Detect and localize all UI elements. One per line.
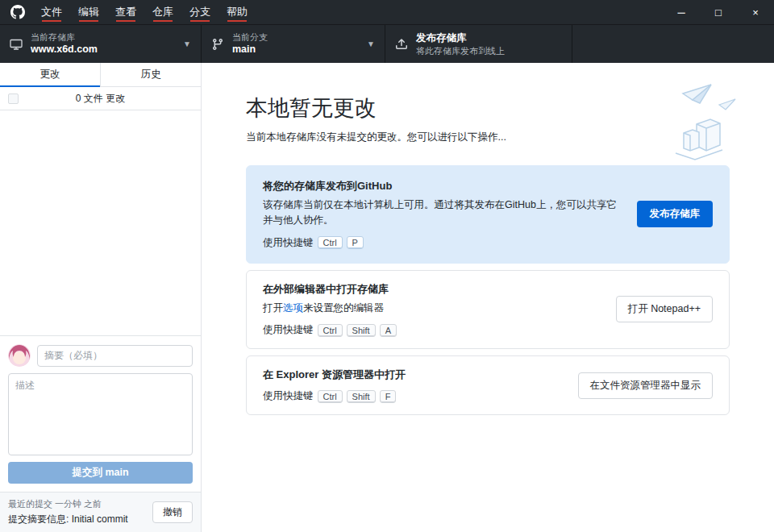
content: 更改 历史 0 文件 更改 bbox=[0, 63, 774, 532]
changed-files-bar: 0 文件 更改 bbox=[0, 87, 201, 110]
card-title: 在外部编辑器中打开存储库 bbox=[263, 282, 597, 297]
repository-name: www.x6d.com bbox=[31, 43, 98, 56]
recent-commit-footer: 最近的提交 一分钟 之前 提交摘要信息: Initial commit 撤销 bbox=[0, 492, 201, 532]
changed-files-list bbox=[0, 110, 201, 335]
undo-button[interactable]: 撤销 bbox=[152, 501, 193, 523]
avatar bbox=[8, 344, 31, 367]
editor-desc-pre: 打开 bbox=[263, 302, 283, 314]
publish-title: 发布存储库 bbox=[416, 31, 505, 45]
sidebar: 更改 历史 0 文件 更改 bbox=[0, 63, 202, 532]
kbd-key: F bbox=[380, 390, 397, 403]
show-in-explorer-button[interactable]: 在文件资源管理器中显示 bbox=[578, 372, 714, 399]
recent-commit-time: 最近的提交 一分钟 之前 bbox=[8, 498, 128, 510]
menu-item-file[interactable]: 文件 bbox=[33, 0, 70, 24]
card-description: 该存储库当前仅在本地计算机上可用。通过将其发布在GitHub上，您可以共享它并与… bbox=[263, 197, 618, 229]
monitor-icon bbox=[10, 38, 23, 51]
tab-history[interactable]: 历史 bbox=[100, 63, 201, 87]
shortcut-label: 使用快捷键 bbox=[263, 236, 314, 250]
menu-item-edit[interactable]: 编辑 bbox=[70, 0, 107, 24]
repository-label: 当前存储库 bbox=[31, 31, 98, 44]
github-desktop-window: 文件 编辑 查看 仓库 分支 帮助 ─ □ × 当前存储库 www.x6d.co… bbox=[0, 0, 774, 532]
menu-item-view[interactable]: 查看 bbox=[107, 0, 144, 24]
menu-item-repository[interactable]: 仓库 bbox=[144, 0, 181, 24]
kbd-key: P bbox=[347, 236, 364, 249]
open-explorer-card: 在 Explorer 资源管理器中打开 使用快捷键 Ctrl Shift F 在… bbox=[246, 355, 730, 415]
kbd-key: Ctrl bbox=[318, 390, 343, 403]
kbd-key: Ctrl bbox=[318, 236, 343, 249]
close-button[interactable]: × bbox=[737, 0, 774, 24]
kbd-key: Shift bbox=[347, 324, 376, 337]
branch-label: 当前分支 bbox=[232, 31, 268, 44]
github-logo-icon bbox=[10, 5, 25, 19]
commit-form: 提交到 main bbox=[0, 335, 201, 492]
editor-desc-post: 来设置您的编辑器 bbox=[303, 302, 384, 314]
branch-name: main bbox=[232, 43, 268, 56]
open-editor-button[interactable]: 打开 Notepad++ bbox=[616, 296, 713, 322]
menu-item-branch[interactable]: 分支 bbox=[181, 0, 218, 24]
menu-item-help[interactable]: 帮助 bbox=[218, 0, 256, 24]
card-title: 在 Explorer 资源管理器中打开 bbox=[263, 368, 559, 382]
shortcut-label: 使用快捷键 bbox=[263, 323, 314, 337]
changed-files-summary: 0 文件 更改 bbox=[76, 92, 125, 106]
maximize-button[interactable]: □ bbox=[700, 0, 737, 24]
chevron-down-icon: ▼ bbox=[177, 39, 191, 48]
git-branch-icon bbox=[211, 38, 224, 51]
kbd-key: Shift bbox=[347, 390, 376, 403]
shortcut-label: 使用快捷键 bbox=[263, 389, 314, 403]
branch-selector[interactable]: 当前分支 main ▼ bbox=[202, 25, 385, 63]
select-all-checkbox[interactable] bbox=[8, 94, 19, 104]
commit-description-input[interactable] bbox=[8, 373, 193, 455]
repository-selector[interactable]: 当前存储库 www.x6d.com ▼ bbox=[0, 25, 202, 63]
window-controls: ─ □ × bbox=[663, 0, 774, 24]
titlebar: 文件 编辑 查看 仓库 分支 帮助 ─ □ × bbox=[0, 0, 774, 24]
paper-plane-illustration bbox=[639, 82, 740, 161]
commit-summary-label: 提交摘要信息: bbox=[8, 513, 72, 525]
toolbar: 当前存储库 www.x6d.com ▼ 当前分支 main ▼ 发布存储库 将此… bbox=[0, 24, 774, 63]
options-link[interactable]: 选项 bbox=[283, 302, 303, 314]
kbd-key: Ctrl bbox=[318, 324, 343, 337]
tab-changes[interactable]: 更改 bbox=[0, 63, 100, 87]
card-title: 将您的存储库发布到GitHub bbox=[263, 179, 618, 193]
main-panel: 本地暂无更改 当前本地存储库没有未提交的更改。您可以进行以下操作... 将您的存… bbox=[202, 63, 774, 532]
chevron-down-icon: ▼ bbox=[360, 39, 375, 48]
publish-github-card: 将您的存储库发布到GitHub 该存储库当前仅在本地计算机上可用。通过将其发布在… bbox=[246, 165, 730, 264]
publish-subtitle: 将此存储库发布到线上 bbox=[416, 45, 505, 57]
open-editor-card: 在外部编辑器中打开存储库 打开选项来设置您的编辑器 使用快捷键 Ctrl Shi… bbox=[246, 270, 730, 349]
upload-icon bbox=[395, 38, 408, 51]
publish-repository-button[interactable]: 发布存储库 bbox=[637, 201, 714, 227]
commit-button[interactable]: 提交到 main bbox=[8, 462, 193, 484]
kbd-key: A bbox=[380, 324, 397, 337]
publish-repository-toolbar-button[interactable]: 发布存储库 将此存储库发布到线上 bbox=[385, 25, 572, 63]
sidebar-tabs: 更改 历史 bbox=[0, 63, 201, 87]
commit-summary-input[interactable] bbox=[37, 345, 193, 367]
commit-summary-value: Initial commit bbox=[72, 513, 128, 525]
minimize-button[interactable]: ─ bbox=[663, 0, 700, 24]
